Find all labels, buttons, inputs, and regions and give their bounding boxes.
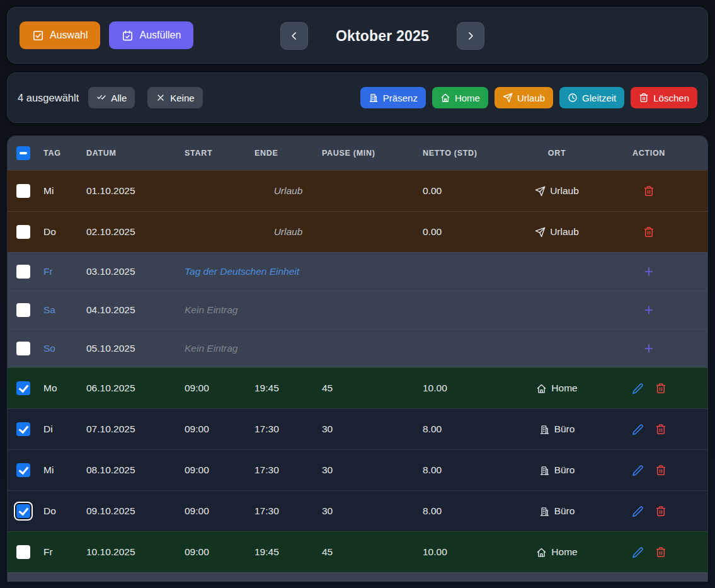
- home-icon: [536, 383, 547, 394]
- select-none-button[interactable]: Keine: [147, 87, 202, 108]
- header-ende: ENDE: [255, 149, 322, 158]
- building-icon: [539, 465, 550, 476]
- home-icon: [440, 93, 450, 103]
- ort-label: Home: [551, 383, 577, 394]
- row-checkbox[interactable]: [16, 463, 30, 477]
- date-cell: 08.10.2025: [86, 464, 185, 476]
- special-cell: Urlaub: [255, 226, 322, 238]
- gleitzeit-label: Gleitzeit: [582, 93, 616, 103]
- date-cell: 07.10.2025: [86, 424, 185, 435]
- ort-label: Home: [551, 546, 577, 558]
- delete-icon[interactable]: [643, 185, 655, 197]
- date-cell: 06.10.2025: [86, 383, 185, 394]
- table-header-row: TAG DATUM START ENDE PAUSE (MIN) NETTO (…: [8, 136, 707, 170]
- row-checkbox[interactable]: [16, 422, 30, 436]
- auswahl-label: Auswahl: [50, 30, 88, 41]
- edit-icon[interactable]: [632, 383, 644, 395]
- next-month-button[interactable]: [457, 22, 484, 50]
- netto-cell: 8.00: [423, 424, 523, 435]
- loeschen-button[interactable]: Löschen: [631, 87, 697, 108]
- header-start: START: [185, 149, 255, 158]
- row-checkbox[interactable]: [16, 381, 30, 395]
- pause-cell: 30: [322, 464, 423, 476]
- ort-label: Büro: [554, 424, 575, 435]
- netto-cell: 8.00: [423, 464, 523, 476]
- day-cell: Do: [43, 226, 86, 238]
- double-check-icon: [96, 93, 106, 103]
- add-icon[interactable]: [643, 342, 655, 355]
- date-cell: 01.10.2025: [86, 185, 185, 197]
- end-cell: 17:30: [255, 464, 322, 476]
- header-pause: PAUSE (MIN): [322, 149, 423, 158]
- ort-cell: Home: [523, 383, 590, 394]
- select-all-checkbox[interactable]: [16, 146, 30, 160]
- pause-cell: 30: [322, 424, 423, 435]
- ort-cell: Büro: [523, 424, 590, 435]
- row-checkbox[interactable]: [16, 545, 30, 559]
- edit-icon[interactable]: [632, 464, 644, 476]
- row-checkbox[interactable]: [16, 225, 30, 239]
- building-icon: [539, 424, 550, 435]
- month-toolbar: Auswahl Ausfüllen Oktober 2025: [7, 7, 708, 64]
- next-row-partial: [8, 572, 707, 582]
- header-netto: NETTO (STD): [423, 149, 523, 158]
- select-none-label: Keine: [170, 93, 194, 103]
- start-cell: 09:00: [185, 383, 255, 394]
- row-checkbox[interactable]: [16, 265, 30, 279]
- start-cell: 09:00: [185, 464, 255, 476]
- urlaub-button[interactable]: Urlaub: [495, 87, 553, 108]
- add-icon[interactable]: [643, 304, 655, 316]
- end-cell: 19:45: [255, 383, 322, 394]
- row-checkbox[interactable]: [16, 342, 30, 355]
- action-cell: [590, 304, 707, 316]
- special-cell: Urlaub: [255, 185, 322, 197]
- delete-icon[interactable]: [655, 546, 666, 558]
- edit-icon[interactable]: [632, 424, 644, 435]
- special-cell: Tag der Deutschen Einheit: [185, 266, 255, 277]
- table-row: Sa 04.10.2025 Kein Eintrag: [8, 291, 707, 329]
- day-cell: Mo: [43, 383, 86, 394]
- clock-icon: [568, 93, 578, 103]
- ort-label: Urlaub: [550, 185, 579, 197]
- previous-month-button[interactable]: [280, 22, 308, 50]
- pause-cell: 45: [322, 383, 423, 394]
- delete-icon[interactable]: [643, 226, 655, 238]
- table-row: Do 09.10.2025 09:00 17:30 30 8.00 Büro: [8, 490, 707, 531]
- ort-cell: Urlaub: [523, 226, 590, 238]
- praesenz-button[interactable]: Präsenz: [360, 87, 426, 108]
- row-checkbox[interactable]: [16, 504, 30, 518]
- delete-icon[interactable]: [655, 424, 666, 435]
- day-cell: Di: [43, 424, 86, 435]
- special-cell: Kein Eintrag: [185, 304, 255, 316]
- home-button[interactable]: Home: [432, 87, 488, 108]
- edit-icon[interactable]: [632, 546, 644, 558]
- table-row: Do 02.10.2025 Urlaub 0.00 Urlaub: [8, 211, 707, 252]
- ort-cell: Büro: [523, 464, 590, 476]
- row-checkbox[interactable]: [16, 303, 30, 317]
- day-cell: Fr: [43, 546, 86, 558]
- plane-icon: [503, 93, 513, 103]
- select-all-button[interactable]: Alle: [88, 87, 135, 108]
- netto-cell: 8.00: [423, 505, 523, 517]
- auswahl-button[interactable]: Auswahl: [20, 21, 100, 49]
- delete-icon[interactable]: [655, 505, 666, 517]
- row-checkbox[interactable]: [16, 184, 30, 198]
- netto-cell: 10.00: [423, 383, 523, 394]
- selection-bar: 4 ausgewählt Alle Keine Präsenz Home Url…: [7, 72, 708, 123]
- building-icon: [369, 93, 379, 103]
- add-icon[interactable]: [643, 265, 655, 278]
- gleitzeit-button[interactable]: Gleitzeit: [559, 87, 624, 108]
- month-title: Oktober 2025: [308, 28, 457, 45]
- delete-icon[interactable]: [655, 464, 666, 476]
- selected-count: 4 ausgewählt: [18, 92, 79, 104]
- ausfuellen-label: Ausfüllen: [139, 30, 181, 41]
- day-cell: Do: [43, 505, 86, 517]
- ausfuellen-button[interactable]: Ausfüllen: [109, 21, 193, 49]
- edit-icon[interactable]: [632, 505, 644, 517]
- delete-icon[interactable]: [655, 383, 666, 394]
- netto-cell: 0.00: [423, 226, 523, 238]
- start-cell: 09:00: [185, 505, 255, 517]
- urlaub-label: Urlaub: [517, 93, 545, 103]
- ort-cell: Urlaub: [523, 185, 590, 197]
- date-cell: 10.10.2025: [86, 546, 185, 558]
